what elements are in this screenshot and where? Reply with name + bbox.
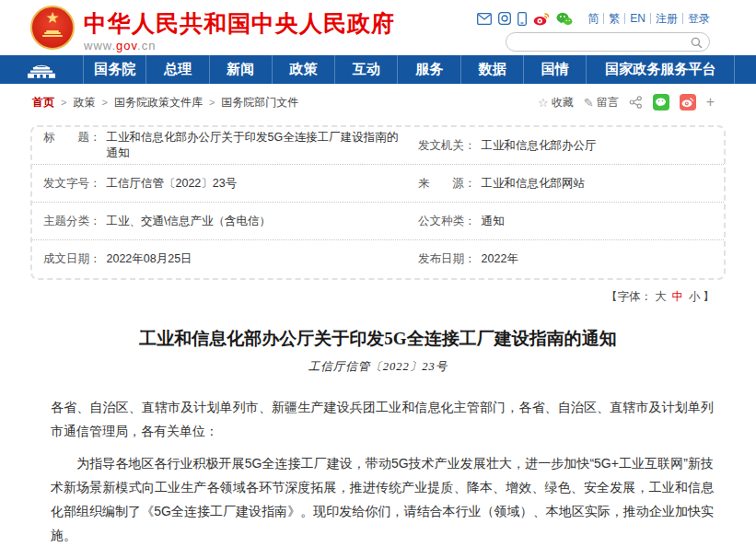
login-link[interactable]: 登录	[683, 13, 710, 24]
body-paragraph: 为指导各地区各行业积极开展5G全连接工厂建设，带动5G技术产业发展壮大，进一步加…	[51, 451, 714, 547]
meta-label-publish-date: 发布日期：	[418, 251, 476, 267]
meta-label-written-date: 成文日期：	[43, 251, 101, 267]
share-wechat-button[interactable]	[653, 94, 669, 111]
more-tools-button[interactable]: +	[706, 95, 715, 110]
meta-cell-doc-type: 公文种类： 通知	[418, 214, 713, 229]
meta-value-issuing-agency: 工业和信息化部办公厅	[482, 138, 597, 154]
article: 工业和信息化部办公厅关于印发5G全连接工厂建设指南的通知 工信厅信管〔2022〕…	[0, 327, 756, 547]
page-tools: ☆ 收藏 ✎ 留言 +	[538, 94, 715, 111]
breadcrumb-separator: >	[61, 97, 66, 108]
register-link[interactable]: 注册	[651, 13, 683, 24]
comment-label: 留言	[597, 95, 619, 111]
breadcrumb-row: 首页 > 政策 > 国务院政策文件库 > 国务院部门文件 ☆ 收藏 ✎ 留言	[0, 84, 756, 114]
meta-cell-title: 标 题： 工业和信息化部办公厅关于印发5G全连接工厂建设指南的通知	[43, 130, 418, 161]
comment-button[interactable]: ✎ 留言	[584, 95, 619, 111]
emblem-gate-icon	[42, 30, 63, 40]
font-size-small-button[interactable]: 小	[686, 290, 704, 303]
meta-row-category: 主题分类： 工业、交通\信息产业（含电信） 公文种类： 通知	[32, 203, 724, 240]
lang-links: 简 繁 EN 注册 登录	[583, 13, 710, 24]
favorite-label: 收藏	[552, 95, 574, 111]
meta-cell-written-date: 成文日期： 2022年08月25日	[43, 251, 418, 267]
nav-item-data[interactable]: 数据	[460, 55, 523, 84]
brand-text: 中华人民共和国中央人民政府 www.gov.cn	[84, 6, 395, 52]
meta-label-doc-type: 公文种类：	[418, 214, 476, 229]
breadcrumb-policy-library[interactable]: 国务院政策文件库	[114, 95, 203, 111]
font-size-medium-button[interactable]: 中	[669, 290, 687, 303]
share-button[interactable]	[629, 96, 643, 109]
font-size-suffix: 】	[704, 290, 715, 303]
site-url: www.gov.cn	[84, 39, 395, 52]
nav-item-national-conditions[interactable]: 国情	[523, 55, 586, 84]
lang-link-en[interactable]: EN	[625, 13, 651, 24]
meta-value-category: 工业、交通\信息产业（含电信）	[107, 214, 271, 229]
document-meta-table: 标 题： 工业和信息化部办公厅关于印发5G全连接工厂建设指南的通知 发文机关： …	[30, 125, 726, 280]
mail-icon[interactable]	[477, 13, 492, 25]
meta-label-category: 主题分类：	[43, 214, 101, 229]
nav-home-gate-icon[interactable]	[0, 55, 83, 84]
article-title: 工业和信息化部办公厅关于印发5G全连接工厂建设指南的通知	[55, 327, 701, 351]
meta-cell-issuing-agency: 发文机关： 工业和信息化部办公厅	[418, 138, 713, 154]
url-gov: gov	[116, 39, 137, 52]
breadcrumb-separator: >	[101, 97, 107, 108]
meta-value-written-date: 2022年08月25日	[107, 251, 192, 267]
nav-item-news[interactable]: 新闻	[209, 55, 272, 84]
font-size-large-button[interactable]: 大	[652, 290, 669, 303]
font-size-bar: 【字体：大中小】	[0, 289, 715, 305]
emblem-star-icon: ★	[32, 10, 73, 26]
nav-item-services[interactable]: 服务	[397, 55, 459, 84]
lang-link-traditional[interactable]: 繁	[604, 13, 625, 24]
meta-value-publish-date: 2022年	[482, 251, 518, 267]
main-nav: 国务院 总理 新闻 政策 互动 服务 数据 国情 国家政务服务平台	[0, 55, 756, 84]
nav-item-interaction[interactable]: 互动	[334, 55, 397, 84]
breadcrumb-policy[interactable]: 政策	[73, 95, 95, 111]
meta-value-source: 工业和信息化部网站	[482, 176, 586, 192]
meta-cell-doc-number: 发文字号： 工信厅信管〔2022〕23号	[43, 176, 418, 192]
meta-label-title: 标 题：	[43, 130, 101, 145]
font-size-prefix: 【字体：	[606, 290, 652, 303]
brand-logo[interactable]: ★ 中华人民共和国中央人民政府 www.gov.cn	[30, 6, 395, 52]
nav-item-policy[interactable]: 政策	[272, 55, 334, 84]
salutation-paragraph: 各省、自治区、直辖市及计划单列市、新疆生产建设兵团工业和信息化主管部门，各省、自…	[51, 395, 714, 443]
breadcrumb-department-documents[interactable]: 国务院部门文件	[221, 95, 298, 111]
national-emblem-icon: ★	[30, 6, 75, 50]
site-title: 中华人民共和国中央人民政府	[84, 9, 395, 37]
search-input[interactable]	[506, 32, 710, 52]
header-icon-row: 简 繁 EN 注册 登录	[506, 9, 710, 28]
page: ★ 中华人民共和国中央人民政府 www.gov.cn	[0, 0, 756, 547]
meta-label-doc-number: 发文字号：	[43, 176, 101, 192]
article-body: 各省、自治区、直辖市及计划单列市、新疆生产建设兵团工业和信息化主管部门，各省、自…	[51, 395, 714, 547]
header-right: 简 繁 EN 注册 登录	[506, 9, 710, 52]
mobile-icon[interactable]	[518, 12, 527, 26]
lang-link-simplified[interactable]: 简	[583, 13, 604, 24]
url-www: www.	[84, 39, 116, 52]
article-doc-number: 工信厅信管〔2022〕23号	[0, 359, 756, 375]
search-icon[interactable]	[691, 36, 703, 52]
meta-value-title: 工业和信息化部办公厅关于印发5G全连接工厂建设指南的通知	[107, 130, 410, 161]
share-weibo-button[interactable]	[680, 94, 696, 111]
meta-row-dates: 成文日期： 2022年08月25日 发布日期： 2022年	[32, 240, 724, 278]
meta-cell-category: 主题分类： 工业、交通\信息产业（含电信）	[43, 214, 418, 229]
star-icon: ☆	[538, 96, 549, 110]
meta-cell-source: 来 源： 工业和信息化部网站	[418, 176, 713, 192]
wechat-icon[interactable]	[556, 12, 573, 26]
nav-item-state-council[interactable]: 国务院	[83, 55, 145, 84]
nav-spacer	[734, 55, 756, 84]
nav-item-premier[interactable]: 总理	[145, 55, 208, 84]
weibo-icon[interactable]	[533, 12, 550, 26]
url-cn: .cn	[137, 39, 156, 52]
meta-row-title: 标 题： 工业和信息化部办公厅关于印发5G全连接工厂建设指南的通知 发文机关： …	[32, 127, 724, 165]
favorite-button[interactable]: ☆ 收藏	[538, 95, 574, 111]
meta-row-doc-number: 发文字号： 工信厅信管〔2022〕23号 来 源： 工业和信息化部网站	[32, 165, 724, 203]
site-header: ★ 中华人民共和国中央人民政府 www.gov.cn	[0, 0, 756, 55]
meta-value-doc-number: 工信厅信管〔2022〕23号	[107, 176, 238, 192]
breadcrumb-separator: >	[209, 97, 215, 108]
nav-item-gov-service-platform[interactable]: 国家政务服务平台	[586, 55, 734, 84]
meta-value-doc-type: 通知	[482, 214, 505, 229]
meta-label-issuing-agency: 发文机关：	[418, 138, 476, 154]
client-app-icon[interactable]	[498, 12, 511, 25]
breadcrumb: 首页 > 政策 > 国务院政策文件库 > 国务院部门文件	[32, 95, 298, 111]
meta-label-source: 来 源：	[418, 176, 476, 192]
pencil-icon: ✎	[584, 96, 594, 110]
meta-cell-publish-date: 发布日期： 2022年	[418, 251, 713, 267]
breadcrumb-home[interactable]: 首页	[32, 95, 54, 111]
